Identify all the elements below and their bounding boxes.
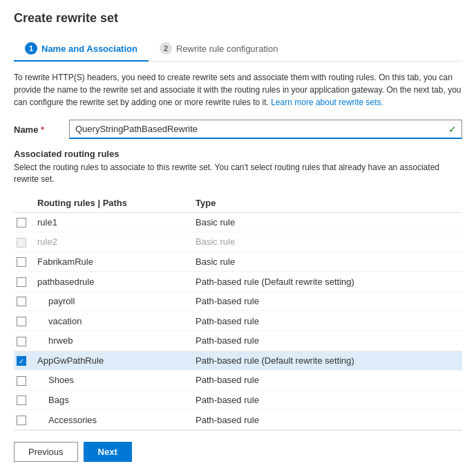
cell-checkbox[interactable] — [14, 291, 35, 311]
table-row: pathbasedrule Path-based rule (Default r… — [14, 272, 462, 292]
table-row: Bags Path-based rule — [14, 390, 462, 410]
name-input[interactable] — [69, 120, 462, 139]
cell-checkbox[interactable] — [14, 410, 35, 430]
table-header-row: Routing rules | Paths Type — [14, 194, 462, 213]
cell-checkbox[interactable] — [14, 351, 35, 371]
checkbox-payroll[interactable] — [17, 297, 26, 306]
routing-table: Routing rules | Paths Type rule1 Basic r… — [14, 194, 462, 430]
checkbox-pathbasedrule[interactable] — [17, 277, 26, 287]
table-row: hrweb Path-based rule — [14, 330, 462, 351]
cell-checkbox[interactable] — [14, 330, 35, 351]
cell-type: Path-based rule — [193, 390, 462, 410]
cell-type: Path-based rule (Default rewrite setting… — [193, 272, 462, 292]
cell-name: payroll — [35, 291, 193, 311]
cell-type: Path-based rule — [193, 410, 462, 430]
next-button[interactable]: Next — [84, 442, 132, 462]
checkbox-vacation[interactable] — [17, 317, 26, 326]
checkbox-appgwpathrule[interactable] — [17, 356, 26, 366]
checkbox-rule1[interactable] — [17, 218, 26, 227]
cell-name: rule2 — [35, 232, 193, 252]
tabs-row: 1 Name and Association 2 Rewrite rule co… — [14, 37, 462, 62]
table-row: Accessories Path-based rule — [14, 410, 462, 430]
cell-checkbox[interactable] — [14, 272, 35, 292]
cell-name: FabrikamRule — [35, 252, 193, 272]
table-row: rule1 Basic rule — [14, 212, 462, 232]
description-body: To rewrite HTTP(S) headers, you need to … — [14, 73, 461, 107]
check-icon: ✓ — [448, 124, 457, 135]
checkbox-accessories[interactable] — [17, 416, 26, 425]
cell-checkbox[interactable] — [14, 311, 35, 331]
table-row: rule2 Basic rule — [14, 232, 462, 252]
table-row: payroll Path-based rule — [14, 291, 462, 311]
cell-checkbox[interactable] — [14, 371, 35, 391]
table-row: vacation Path-based rule — [14, 311, 462, 331]
page-title: Create rewrite set — [14, 11, 462, 26]
cell-type: Path-based rule — [193, 311, 462, 331]
col-type: Type — [193, 194, 462, 213]
checkbox-bags[interactable] — [17, 395, 26, 405]
cell-type: Path-based rule — [193, 291, 462, 311]
cell-checkbox[interactable] — [14, 212, 35, 232]
tab-number-1: 1 — [25, 42, 37, 55]
page-container: Create rewrite set 1 Name and Associatio… — [0, 0, 476, 475]
cell-name: Bags — [35, 390, 193, 410]
cell-type: Basic rule — [193, 252, 462, 272]
cell-name: AppGwPathRule — [35, 351, 193, 371]
name-input-wrapper: ✓ — [69, 120, 462, 139]
tab-number-2: 2 — [160, 42, 172, 55]
col-checkbox — [14, 194, 35, 213]
previous-button[interactable]: Previous — [14, 442, 78, 462]
cell-checkbox — [14, 232, 35, 252]
required-star: * — [41, 124, 44, 135]
cell-name: rule1 — [35, 212, 193, 232]
section-title: Associated routing rules — [14, 149, 462, 159]
checkbox-shoes[interactable] — [17, 376, 26, 386]
cell-checkbox[interactable] — [14, 390, 35, 410]
table-row: FabrikamRule Basic rule — [14, 252, 462, 272]
cell-type: Path-based rule — [193, 371, 462, 391]
cell-type: Basic rule — [193, 212, 462, 232]
cell-type: Path-based rule — [193, 330, 462, 351]
cell-name: vacation — [35, 311, 193, 331]
name-label: Name * — [14, 124, 69, 135]
table-row: AppGwPathRule Path-based rule (Default r… — [14, 351, 462, 371]
tab-name-association[interactable]: 1 Name and Association — [14, 37, 149, 62]
tab-rewrite-rule[interactable]: 2 Rewrite rule configuration — [149, 37, 289, 62]
cell-name: Shoes — [35, 371, 193, 391]
form-row-name: Name * ✓ — [14, 120, 462, 139]
learn-more-link[interactable]: Learn more about rewrite sets. — [271, 97, 383, 107]
tab-label-2: Rewrite rule configuration — [176, 44, 278, 54]
cell-name: hrweb — [35, 330, 193, 351]
checkbox-fabrikam[interactable] — [17, 257, 26, 267]
checkbox-rule2 — [17, 238, 26, 248]
footer: Previous Next — [14, 430, 462, 462]
section-desc: Select the routing rules to associate to… — [14, 162, 462, 185]
cell-name: pathbasedrule — [35, 272, 193, 292]
col-name: Routing rules | Paths — [35, 194, 193, 213]
table-row: Shoes Path-based rule — [14, 371, 462, 391]
cell-type: Basic rule — [193, 232, 462, 252]
cell-checkbox[interactable] — [14, 252, 35, 272]
description-text: To rewrite HTTP(S) headers, you need to … — [14, 71, 462, 109]
cell-type: Path-based rule (Default rewrite setting… — [193, 351, 462, 371]
checkbox-hrweb[interactable] — [17, 337, 26, 346]
tab-label-1: Name and Association — [41, 44, 137, 54]
cell-name: Accessories — [35, 410, 193, 430]
